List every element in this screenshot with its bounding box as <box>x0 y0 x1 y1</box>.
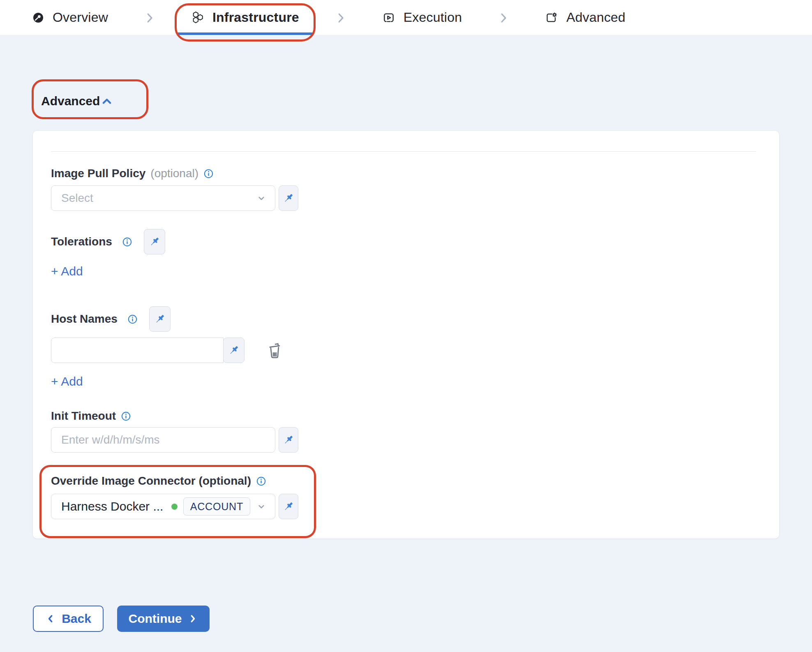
info-icon[interactable] <box>122 237 132 247</box>
tab-infrastructure-label: Infrastructure <box>212 10 299 25</box>
advanced-settings-card: Image Pull Policy (optional) Select <box>33 131 779 539</box>
init-timeout-input[interactable] <box>61 433 267 446</box>
host-names-add-link[interactable]: + Add <box>51 375 83 388</box>
continue-button-label: Continue <box>129 612 182 626</box>
tolerations-label: Tolerations <box>51 234 112 250</box>
host-name-delete-button[interactable] <box>266 341 283 360</box>
chevron-right-icon <box>334 12 347 24</box>
back-button-label: Back <box>62 612 91 626</box>
init-timeout-field <box>51 427 275 453</box>
host-names-pin-button[interactable] <box>149 306 171 332</box>
pushpin-icon <box>282 192 295 204</box>
back-button[interactable]: Back <box>33 606 104 632</box>
chevron-left-icon <box>45 613 56 624</box>
chevron-right-icon <box>143 12 156 24</box>
pushpin-icon <box>148 236 161 248</box>
chevron-up-icon[interactable] <box>101 95 113 107</box>
connector-name: Harness Docker ... <box>61 499 171 513</box>
advanced-section-toggle[interactable]: Advanced <box>41 94 113 109</box>
tab-advanced-label: Advanced <box>566 10 625 25</box>
host-name-input[interactable] <box>51 338 224 363</box>
chevron-down-icon <box>256 501 267 512</box>
wizard-footer: Back Continue <box>33 606 812 632</box>
continue-button[interactable]: Continue <box>117 606 210 632</box>
pushpin-icon <box>282 500 295 513</box>
image-pull-policy-select-placeholder: Select <box>61 192 256 205</box>
tab-execution-label: Execution <box>404 10 462 25</box>
execution-play-icon <box>382 11 395 24</box>
tolerations-pin-button[interactable] <box>144 229 165 254</box>
info-icon[interactable] <box>203 169 214 179</box>
tab-infrastructure[interactable]: Infrastructure <box>177 0 313 35</box>
trash-icon <box>266 341 283 360</box>
connector-scope-badge: ACCOUNT <box>183 497 250 516</box>
pushpin-icon <box>282 434 295 446</box>
active-tab-underline <box>177 32 313 35</box>
tab-overview[interactable]: Overview <box>18 0 122 35</box>
tab-overview-label: Overview <box>53 10 108 25</box>
advanced-section-title: Advanced <box>41 94 100 109</box>
image-pull-policy-pin-button[interactable] <box>279 185 298 211</box>
override-image-connector-select[interactable]: Harness Docker ... ACCOUNT <box>51 494 275 519</box>
connector-status-dot <box>171 504 178 510</box>
host-names-label: Host Names <box>51 311 118 327</box>
tab-execution[interactable]: Execution <box>368 0 476 35</box>
override-image-connector-label: Override Image Connector (optional) <box>51 473 251 489</box>
image-pull-policy-label: Image Pull Policy <box>51 166 145 181</box>
info-icon[interactable] <box>121 411 131 421</box>
tab-advanced[interactable]: Advanced <box>531 0 639 35</box>
chevron-right-icon <box>187 613 198 624</box>
tolerations-add-link[interactable]: + Add <box>51 264 83 278</box>
stage-tab-bar: Overview Infrastructure <box>0 0 812 35</box>
info-icon[interactable] <box>127 314 138 324</box>
info-icon[interactable] <box>256 476 266 486</box>
chevron-down-icon <box>256 193 267 203</box>
card-top-divider <box>51 151 756 152</box>
pushpin-icon <box>228 344 240 356</box>
override-image-connector-field: Override Image Connector (optional) Harn… <box>51 473 298 519</box>
chevron-right-icon <box>497 12 510 24</box>
infrastructure-hexagons-icon <box>191 11 204 24</box>
override-image-connector-pin-button[interactable] <box>279 494 298 519</box>
advanced-gear-icon <box>545 11 558 24</box>
init-timeout-label: Init Timeout <box>51 408 116 424</box>
pushpin-icon <box>154 313 166 325</box>
overview-circle-icon <box>32 12 44 24</box>
init-timeout-pin-button[interactable] <box>279 427 298 453</box>
image-pull-policy-select[interactable]: Select <box>51 185 275 211</box>
host-name-pin-button[interactable] <box>223 338 245 363</box>
image-pull-policy-optional: (optional) <box>150 167 198 180</box>
